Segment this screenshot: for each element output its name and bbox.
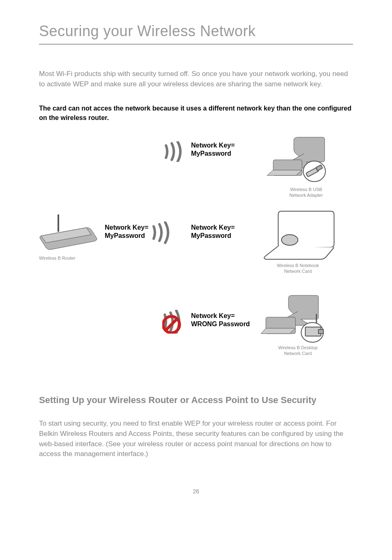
desktop-usb-icon: [265, 135, 331, 184]
title-rule: [39, 44, 353, 44]
device-label: Wireless B Desktop Network Card: [269, 345, 327, 357]
intro-paragraph: Most Wi-Fi products ship with security t…: [39, 69, 353, 89]
signal-icon: [152, 221, 173, 244]
svg-point-5: [281, 235, 298, 245]
router-icon: [37, 213, 99, 252]
page-title: Securing your Wireless Network: [39, 23, 353, 40]
body-paragraph: To start using security, you need to fir…: [39, 419, 353, 459]
device-label: Wireless B Router: [39, 255, 76, 261]
blocked-signal-icon: [162, 310, 187, 334]
network-key-label: Network Key= MyPassword: [191, 224, 235, 241]
network-key-label: Network Key= WRONG Password: [191, 312, 250, 329]
signal-icon: [164, 141, 183, 162]
network-key-label: Network Key= MyPassword: [191, 141, 235, 159]
device-label: Wireless B USB Network Adapter: [281, 187, 331, 198]
diagram-caption: The card can not acces the network becau…: [39, 104, 353, 122]
section-heading: Setting Up your Wireless Router or Acces…: [39, 394, 353, 407]
desktop-card-icon: [261, 293, 331, 345]
laptop-icon: [257, 207, 339, 260]
page-number: 26: [39, 488, 353, 495]
svg-rect-12: [318, 330, 323, 334]
network-diagram: Network Key= MyPassword Wireless B USB N…: [39, 135, 353, 378]
network-key-label: Network Key= MyPassword: [105, 224, 148, 241]
device-label: Wireless B Notebook Network Card: [269, 263, 327, 274]
